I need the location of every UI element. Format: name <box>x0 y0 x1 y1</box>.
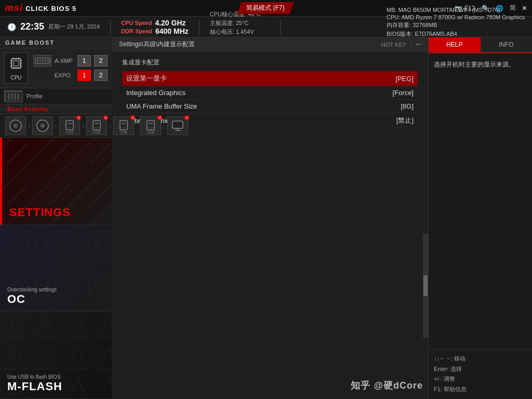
svg-rect-38 <box>122 122 126 125</box>
arrow-1: › <box>28 122 30 129</box>
boot-dev-4: U USB <box>86 116 107 135</box>
msi-brand: msi <box>5 3 23 13</box>
right-panel: Settings\高级\内建显示配置 HOT KEY | ↩ 集成显卡配置 设置… <box>112 37 428 399</box>
svg-rect-19 <box>47 59 49 62</box>
mflash-main-label: M-FLASH <box>7 380 62 393</box>
settings-section-title: 集成显卡配置 <box>122 58 418 67</box>
settings-main-label: SETTINGS <box>9 206 71 219</box>
settings-row-3[interactable]: HybridGraphics [禁止] <box>122 113 418 128</box>
tab-info[interactable]: INFO <box>481 37 533 52</box>
bios-title: CLICK BIOS 5 <box>25 5 76 12</box>
cpu-icon <box>9 56 23 74</box>
hotkey-section: HOT KEY | ↩ <box>381 41 421 48</box>
breadcrumb-bar: Settings\高级\内建显示配置 HOT KEY | ↩ <box>112 37 428 52</box>
nav-mflash[interactable]: Use USB to flash BIOS M-FLASH <box>0 312 112 399</box>
shortcut-f1: F1: 帮助信息 <box>434 384 527 395</box>
boot-disc-1[interactable] <box>5 116 26 135</box>
svg-rect-15 <box>37 59 38 62</box>
ram-info: 内存容量: 32768MB <box>387 21 525 29</box>
row-2-value: [8G] <box>351 102 414 110</box>
boot-dev-3: U USB <box>59 116 80 135</box>
boot-dev-7: U <box>167 116 188 135</box>
mflash-sub-label: Use USB to flash BIOS <box>7 374 61 380</box>
svg-rect-16 <box>39 59 41 62</box>
bios-ver: BIOS版本: E7D76AMS.AB4 <box>387 30 525 38</box>
tab-help[interactable]: HELP <box>429 37 481 52</box>
axmp-btn-2[interactable]: 2 <box>94 55 108 66</box>
boot-usb-1[interactable]: U USB <box>59 116 80 135</box>
usb-badge-1: U <box>76 115 81 120</box>
back-btn[interactable]: ↩ <box>416 41 421 48</box>
svg-rect-1 <box>14 61 19 66</box>
arrow-3: › <box>82 122 84 129</box>
mb-temp: 主板温度: 25°C <box>210 19 270 27</box>
usb-label-1: USB <box>66 130 73 134</box>
mb-info: MB: MAG B650M MORTAR WIFI (MS-7D76) <box>387 7 525 13</box>
oc-main-label: OC <box>7 292 25 306</box>
voltage: 核心电压: 1.454V <box>210 28 270 36</box>
shortcut-enter: Enter: 选择 <box>434 364 527 375</box>
current-time: 22:35 <box>20 21 44 32</box>
ram-icon <box>33 55 51 66</box>
svg-rect-35 <box>95 122 99 125</box>
nav-settings[interactable]: SETTINGS <box>0 138 112 225</box>
row-0-value: [PEG] <box>351 75 414 83</box>
svg-rect-18 <box>45 59 46 62</box>
shortcut-plusminus: +/-: 调整 <box>434 374 527 384</box>
svg-rect-43 <box>172 121 183 128</box>
cpu-speed-label: CPU Speed <box>121 20 152 26</box>
row-1-label: Integrated Graphics <box>126 89 351 97</box>
expo-label: EXPO <box>55 72 74 78</box>
speed-section: CPU Speed 4.20 GHz DDR Speed 6400 MHz <box>121 19 189 35</box>
msi-logo: msi CLICK BIOS 5 <box>5 3 76 14</box>
help-content: 选择开机时主要的显示来源。 <box>429 54 532 349</box>
boost-section: CPU A-XMP 1 <box>0 48 112 88</box>
profile-label: Profile <box>26 93 43 99</box>
arrow-4: › <box>109 122 111 129</box>
clock-section: 🕐 22:35 星期一 29 1月, 2024 <box>7 21 100 32</box>
usb-label-3: USB <box>120 130 127 134</box>
boot-dev-2 <box>32 116 53 135</box>
settings-area: 集成显卡配置 设置第一显卡 [PEG] Integrated Graphics … <box>112 52 428 399</box>
row-2-label: UMA Frame Buffer Size <box>126 102 351 110</box>
usb-badge-2: U <box>103 115 108 120</box>
scroll-thumb <box>423 275 428 296</box>
clock-icon: 🕐 <box>7 23 16 31</box>
cpu-boost-btn[interactable]: CPU <box>4 52 28 84</box>
settings-row-2[interactable]: UMA Frame Buffer Size [8G] <box>122 100 418 113</box>
boot-usb-3[interactable]: U USB <box>113 116 134 135</box>
profile-icon <box>4 90 22 102</box>
divider2 <box>199 19 200 35</box>
info-bar: 🕐 22:35 星期一 29 1月, 2024 CPU Speed 4.20 G… <box>0 17 532 37</box>
boot-dev-1 <box>5 116 26 135</box>
expo-row: EXPO 1 2 <box>33 70 108 81</box>
boot-disc-2[interactable] <box>32 116 53 135</box>
svg-rect-39 <box>122 127 126 129</box>
current-date: 星期一 29 1月, 2024 <box>48 23 100 31</box>
svg-rect-42 <box>149 127 153 129</box>
help-panel: HELP INFO 选择开机时主要的显示来源。 ↑↓←→: 移动 Enter: … <box>428 37 532 399</box>
arrow-2: › <box>55 122 57 129</box>
svg-rect-17 <box>42 59 44 62</box>
axmp-btn-1[interactable]: 1 <box>77 55 91 66</box>
left-panel: GAME BOOST <box>0 37 112 399</box>
expo-btn-1[interactable]: 1 <box>77 70 91 81</box>
usb-badge-4: U <box>157 115 162 120</box>
boot-usb-2[interactable]: U USB <box>86 116 107 135</box>
svg-rect-33 <box>68 127 72 129</box>
hotkey-pipe: | <box>410 42 412 48</box>
svg-point-27 <box>15 125 17 127</box>
mode-label[interactable]: 简易模式 (F7) <box>237 2 294 14</box>
xmp-row: A-XMP 1 2 <box>33 55 108 66</box>
settings-row-0[interactable]: 设置第一显卡 [PEG] <box>122 71 418 86</box>
boot-display[interactable]: U <box>167 116 188 135</box>
settings-row-1[interactable]: Integrated Graphics [Force] <box>122 86 418 100</box>
boot-usb-4[interactable]: U USB <box>140 116 161 135</box>
axmp-label: A-XMP <box>55 58 74 64</box>
cpu-info: CPU: AMD Ryzen 7 8700G w/ Radeon 780M Gr… <box>387 14 525 20</box>
breadcrumb: Settings\高级\内建显示配置 <box>119 40 195 49</box>
nav-oc[interactable]: Overclocking settings OC <box>0 225 112 312</box>
oc-sub-label: Overclocking settings <box>7 287 57 292</box>
expo-btn-2[interactable]: 2 <box>94 70 108 81</box>
svg-rect-36 <box>95 127 99 129</box>
